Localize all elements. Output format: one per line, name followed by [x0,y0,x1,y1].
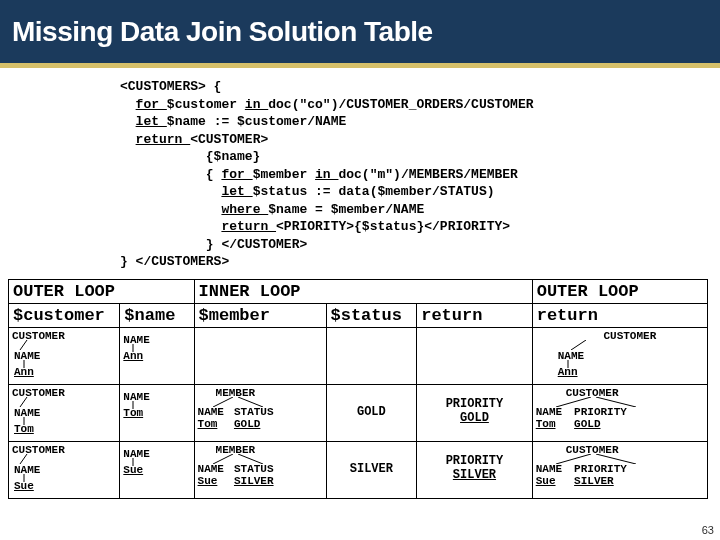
header-inner-loop: INNER LOOP [194,280,532,304]
header-outer-loop-2: OUTER LOOP [532,280,707,304]
cell-outer-return-tom: CUSTOMER NAMETom PRIORITYGOLD [532,385,707,442]
cell-member-ann [194,328,326,385]
cell-member-sue: MEMBER NAMESue STATUSSILVER [194,442,326,499]
cell-name-tom: NAME Tom [120,385,194,442]
table-header-row-1: OUTER LOOP INNER LOOP OUTER LOOP [9,280,708,304]
solution-table: OUTER LOOP INNER LOOP OUTER LOOP $custom… [8,279,708,499]
slide-header: Missing Data Join Solution Table [0,0,720,68]
table-row: CUSTOMER NAME Tom NAME Tom MEMBER NAMETo… [9,385,708,442]
table-row: CUSTOMER NAME Sue NAME Sue MEMBER NAMESu… [9,442,708,499]
cell-status-sue: SILVER [326,442,417,499]
header-outer-loop-1: OUTER LOOP [9,280,195,304]
cell-customer-ann: CUSTOMER NAME Ann [9,328,120,385]
cell-status-tom: GOLD [326,385,417,442]
cell-customer-tom: CUSTOMER NAME Tom [9,385,120,442]
cell-status-ann [326,328,417,385]
col-member: $member [194,304,326,328]
col-status: $status [326,304,417,328]
col-inner-return: return [417,304,532,328]
cell-member-tom: MEMBER NAMETom STATUSGOLD [194,385,326,442]
table-header-row-2: $customer $name $member $status return r… [9,304,708,328]
table-row: CUSTOMER NAME Ann NAME Ann CUSTOMER NAME [9,328,708,385]
cell-outer-return-sue: CUSTOMER NAMESue PRIORITYSILVER [532,442,707,499]
col-customer: $customer [9,304,120,328]
svg-line-3 [571,340,586,350]
col-outer-return: return [532,304,707,328]
xquery-code: <CUSTOMERS> { for $customer in doc("co")… [120,78,720,271]
cell-customer-sue: CUSTOMER NAME Sue [9,442,120,499]
cell-outer-return-ann: CUSTOMER NAME Ann [532,328,707,385]
cell-name-ann: NAME Ann [120,328,194,385]
cell-inner-return-sue: PRIORITY SILVER [417,442,532,499]
cell-inner-return-tom: PRIORITY GOLD [417,385,532,442]
col-name: $name [120,304,194,328]
page-number: 63 [702,524,714,536]
cell-inner-return-ann [417,328,532,385]
cell-name-sue: NAME Sue [120,442,194,499]
slide-title: Missing Data Join Solution Table [12,16,433,48]
